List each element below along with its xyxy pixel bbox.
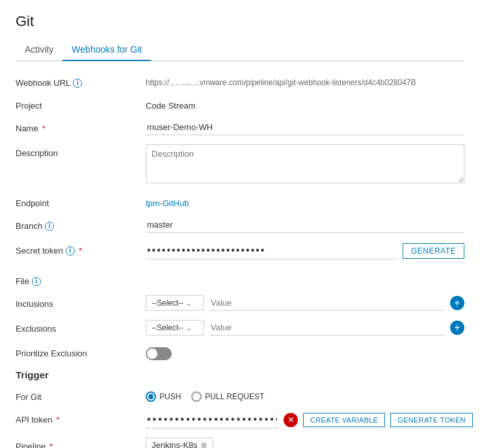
pipeline-tag: Jenkins-K8s ⊗: [146, 438, 213, 448]
webhook-url-label: Webhook URL i: [16, 74, 146, 88]
inclusions-chevron-icon: ⌄: [186, 300, 191, 307]
api-token-input[interactable]: [146, 411, 278, 428]
for-git-control: PUSH PULL REQUEST: [146, 388, 464, 402]
pipeline-label: Pipeline *: [16, 438, 146, 448]
endpoint-label: Endpoint: [16, 194, 146, 208]
api-token-required: *: [56, 415, 59, 425]
exclusions-select[interactable]: --Select-- ⌄: [146, 320, 204, 336]
for-git-label: For Git: [16, 388, 146, 402]
webhook-url-row: Webhook URL i https://..............vmwa…: [16, 74, 464, 88]
name-label: Name *: [16, 120, 146, 133]
pipeline-row: Pipeline * Jenkins-K8s ⊗: [16, 438, 464, 448]
api-token-clear-button[interactable]: ✕: [284, 413, 298, 427]
branch-label: Branch i: [16, 217, 146, 231]
create-variable-button[interactable]: CREATE VARIABLE: [303, 413, 385, 427]
file-section-label: File i: [16, 269, 146, 286]
inclusions-control: --Select-- ⌄ +: [146, 295, 464, 311]
secret-token-label: Secret token i *: [16, 242, 146, 256]
description-input-container: [146, 144, 464, 185]
pipeline-remove-icon[interactable]: ⊗: [200, 440, 207, 448]
page-title: Git: [16, 13, 464, 30]
branch-row: Branch i: [16, 217, 464, 233]
description-input[interactable]: [146, 144, 464, 183]
webhooks-form: Webhook URL i https://..............vmwa…: [16, 74, 464, 448]
api-token-label: API token *: [16, 411, 146, 425]
name-required: *: [42, 124, 46, 133]
exclusions-row: Exclusions --Select-- ⌄ +: [16, 320, 464, 336]
description-row: Description: [16, 144, 464, 185]
pipeline-control: Jenkins-K8s ⊗: [146, 438, 464, 448]
exclusions-control: --Select-- ⌄ +: [146, 320, 464, 336]
inclusions-value-input[interactable]: [209, 295, 445, 311]
exclusions-add-button[interactable]: +: [450, 321, 464, 335]
endpoint-value: tpm-GitHub: [146, 194, 464, 208]
file-info-icon[interactable]: i: [32, 277, 41, 286]
name-input-container: [146, 120, 464, 135]
description-label: Description: [16, 144, 146, 158]
for-git-row: For Git PUSH PULL REQUEST: [16, 388, 464, 402]
branch-input[interactable]: [146, 217, 464, 233]
secret-token-input-container: GENERATE: [146, 242, 464, 259]
prioritize-label: Prioritize Exclusion: [16, 345, 146, 358]
branch-input-container: [146, 217, 464, 233]
generate-token-button[interactable]: GENERATE TOKEN: [390, 413, 472, 427]
pull-request-radio-circle: [191, 391, 202, 402]
branch-info-icon[interactable]: i: [45, 222, 54, 231]
generate-secret-button[interactable]: GENERATE: [403, 243, 464, 259]
project-value: Code Stream: [146, 97, 464, 111]
push-radio-circle: [146, 391, 156, 402]
endpoint-row: Endpoint tpm-GitHub: [16, 194, 464, 208]
name-row: Name *: [16, 120, 464, 135]
secret-token-info-icon[interactable]: i: [66, 246, 75, 256]
inclusions-label: Inclusions: [16, 295, 146, 309]
push-radio[interactable]: PUSH: [146, 391, 181, 402]
tabs-container: Activity Webhooks for Git: [16, 39, 464, 61]
exclusions-chevron-icon: ⌄: [186, 324, 191, 332]
inclusions-select[interactable]: --Select-- ⌄: [146, 295, 204, 311]
pipeline-required: *: [49, 441, 53, 448]
prioritize-row: Prioritize Exclusion: [16, 345, 464, 360]
project-label: Project: [16, 97, 146, 111]
api-token-row: API token * ✕ CREATE VARIABLE GENERATE T…: [16, 411, 464, 428]
api-token-control: ✕ CREATE VARIABLE GENERATE TOKEN: [146, 411, 473, 428]
prioritize-toggle[interactable]: [146, 347, 172, 360]
inclusions-add-button[interactable]: +: [450, 296, 464, 310]
webhook-url-info-icon[interactable]: i: [73, 79, 82, 88]
tab-webhooks[interactable]: Webhooks for Git: [62, 39, 151, 61]
inclusions-row: Inclusions --Select-- ⌄ +: [16, 295, 464, 311]
exclusions-value-input[interactable]: [209, 320, 445, 336]
webhook-url-value: https://..............vmware.com/pipelin…: [146, 74, 464, 87]
toggle-knob: [147, 349, 157, 359]
project-row: Project Code Stream: [16, 97, 464, 111]
secret-token-required: *: [79, 246, 82, 256]
secret-token-input[interactable]: [146, 242, 397, 259]
pull-request-radio[interactable]: PULL REQUEST: [191, 391, 264, 402]
file-section-row: File i: [16, 269, 464, 286]
tab-activity[interactable]: Activity: [16, 39, 62, 61]
secret-token-row: Secret token i * GENERATE: [16, 242, 464, 259]
prioritize-control: [146, 345, 464, 360]
name-input[interactable]: [146, 120, 464, 135]
exclusions-label: Exclusions: [16, 320, 146, 334]
trigger-section-title: Trigger: [16, 369, 464, 380]
